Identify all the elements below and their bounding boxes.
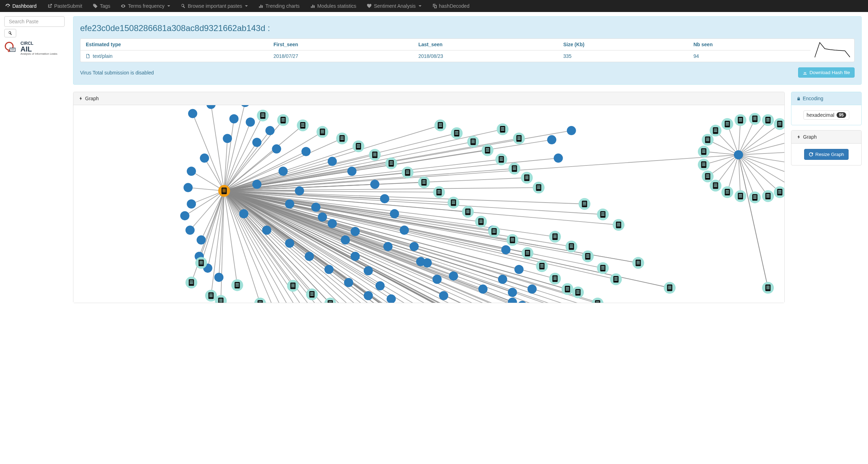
nav-dashboard[interactable]: Dashboard [0, 0, 42, 12]
svg-rect-783 [222, 188, 227, 194]
svg-rect-349 [466, 211, 469, 212]
chevron-down-icon [419, 5, 421, 7]
search-button[interactable] [4, 29, 16, 37]
svg-rect-290 [261, 116, 264, 117]
encoding-panel: Encoding hexadecimal 95 [791, 92, 862, 125]
svg-rect-295 [281, 121, 285, 121]
svg-rect-509 [614, 279, 617, 279]
eye-icon [121, 4, 126, 8]
th-last-seen: Last_seen [413, 39, 558, 50]
svg-rect-760 [706, 177, 709, 178]
svg-rect-444 [455, 133, 458, 133]
svg-rect-300 [301, 126, 304, 127]
svg-line-174 [738, 131, 784, 155]
svg-rect-735 [766, 197, 770, 198]
svg-rect-744 [739, 195, 742, 196]
svg-rect-339 [437, 192, 441, 192]
logo-sub: Analysis of Information Leaks [20, 52, 58, 55]
nav-terms-frequency[interactable]: Terms frequency [115, 0, 175, 12]
svg-rect-745 [739, 197, 742, 198]
svg-rect-786 [222, 192, 226, 192]
svg-point-216 [301, 147, 311, 156]
svg-point-226 [439, 291, 448, 300]
svg-rect-478 [501, 127, 504, 128]
svg-rect-675 [726, 125, 729, 125]
svg-rect-673 [726, 122, 729, 123]
svg-rect-348 [466, 210, 469, 211]
svg-rect-374 [190, 282, 193, 283]
download-hash-button[interactable]: Download Hash file [798, 67, 855, 78]
svg-rect-492 [569, 243, 574, 250]
svg-rect-637 [539, 263, 545, 270]
search-icon [8, 31, 12, 35]
svg-rect-734 [766, 195, 770, 196]
nav-dashboard-label: Dashboard [12, 3, 37, 9]
svg-rect-588 [596, 302, 599, 302]
svg-rect-767 [701, 148, 706, 155]
nav-trending[interactable]: Trending charts [253, 0, 305, 12]
svg-rect-473 [537, 186, 540, 186]
resize-graph-button[interactable]: Resize Graph [804, 149, 849, 160]
svg-point-247 [344, 278, 353, 287]
svg-rect-333 [422, 180, 425, 181]
svg-point-219 [370, 180, 379, 189]
svg-rect-363 [235, 283, 239, 284]
encoding-panel-title: Encoding [803, 96, 823, 101]
svg-rect-759 [706, 176, 709, 176]
refresh-icon [809, 152, 813, 157]
svg-rect-615 [601, 215, 604, 216]
svg-point-260 [508, 297, 517, 303]
svg-rect-642 [552, 275, 558, 282]
svg-rect-465 [513, 169, 516, 170]
svg-rect-785 [222, 190, 226, 191]
svg-rect-548 [329, 302, 332, 302]
nav-hashdecoded[interactable]: hashDecoded [427, 0, 475, 12]
svg-rect-630 [511, 241, 514, 241]
svg-rect-388 [258, 302, 262, 302]
nav-browse[interactable]: Browse important pastes [175, 0, 253, 12]
nav-modules[interactable]: Modules statistics [305, 0, 361, 12]
svg-point-781 [734, 150, 743, 159]
svg-rect-309 [340, 138, 343, 139]
svg-rect-669 [714, 130, 717, 131]
svg-rect-490 [553, 237, 557, 238]
svg-rect-768 [702, 150, 705, 150]
td-estimated-type: text/plain [93, 53, 113, 59]
nav-hashdecoded-label: hashDecoded [439, 3, 469, 9]
svg-rect-338 [437, 190, 441, 191]
svg-rect-613 [601, 212, 604, 213]
svg-rect-369 [209, 295, 212, 296]
external-link-icon [47, 4, 52, 8]
svg-rect-464 [513, 168, 516, 169]
svg-rect-684 [753, 118, 756, 119]
svg-rect-343 [452, 201, 455, 201]
nav-tags[interactable]: Tags [88, 0, 116, 12]
nav-sentiment[interactable]: Sentiment Analysis [361, 0, 426, 12]
heart-icon [367, 4, 372, 8]
svg-point-252 [252, 180, 262, 189]
svg-rect-769 [702, 151, 705, 152]
nav-pastesubmit-label: PasteSubmit [54, 3, 82, 9]
svg-rect-289 [261, 115, 264, 116]
svg-point-235 [351, 252, 360, 261]
svg-rect-495 [570, 247, 573, 248]
encoding-tag[interactable]: hexadecimal 95 [803, 110, 849, 120]
svg-rect-319 [373, 154, 376, 155]
search-input[interactable] [4, 16, 65, 27]
svg-rect-364 [235, 284, 239, 285]
svg-rect-670 [714, 131, 717, 132]
svg-rect-773 [706, 138, 709, 139]
svg-rect-293 [281, 118, 285, 119]
svg-rect-765 [702, 165, 705, 166]
svg-rect-770 [702, 152, 705, 153]
graph-canvas[interactable] [73, 105, 784, 303]
nav-pastesubmit[interactable]: PasteSubmit [42, 0, 88, 12]
svg-rect-365 [235, 286, 239, 287]
svg-rect-583 [576, 290, 580, 291]
svg-point-265 [527, 284, 537, 294]
svg-rect-740 [753, 198, 756, 199]
logo: CIRCL AIL Analysis of Information Leaks [4, 41, 65, 55]
svg-point-264 [514, 265, 523, 274]
svg-rect-683 [753, 117, 756, 117]
svg-rect-305 [321, 133, 324, 133]
